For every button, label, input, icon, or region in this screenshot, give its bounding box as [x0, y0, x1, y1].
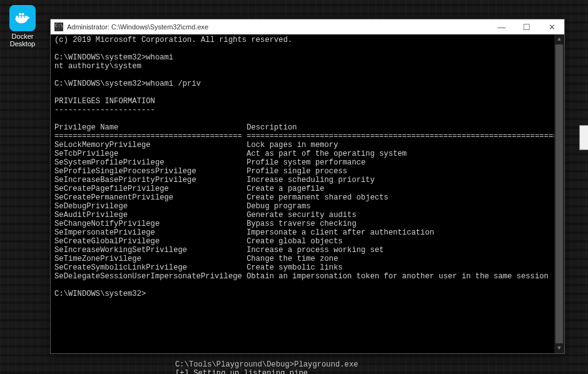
minimize-button[interactable]: —	[489, 19, 514, 34]
svg-rect-1	[19, 16, 21, 19]
terminal-output: (c) 2019 Microsoft Corporation. All righ…	[51, 34, 564, 300]
scroll-down-arrow-icon[interactable]: ▼	[554, 343, 564, 353]
scrollbar-track[interactable]	[554, 44, 564, 343]
scroll-up-arrow-icon[interactable]: ▲	[554, 34, 564, 44]
desktop-icon-label: Docker Desktop	[4, 33, 41, 48]
background-window-edge	[579, 125, 588, 150]
cmd-window: Administrator: C:\Windows\System32\cmd.e…	[50, 19, 565, 354]
maximize-button[interactable]: ☐	[514, 19, 539, 34]
svg-rect-5	[25, 16, 28, 19]
svg-rect-4	[22, 13, 24, 15]
window-title: Administrator: C:\Windows\System32\cmd.e…	[67, 23, 489, 31]
svg-rect-2	[22, 16, 24, 19]
terminal-body[interactable]: (c) 2019 Microsoft Corporation. All righ…	[51, 34, 564, 353]
cmd-icon	[54, 23, 63, 31]
vertical-scrollbar[interactable]: ▲ ▼	[554, 34, 564, 353]
docker-icon	[9, 5, 36, 31]
svg-rect-0	[16, 16, 19, 19]
close-button[interactable]: ✕	[539, 19, 564, 34]
docker-desktop-shortcut[interactable]: Docker Desktop	[4, 5, 41, 48]
titlebar[interactable]: Administrator: C:\Windows\System32\cmd.e…	[51, 19, 564, 34]
svg-rect-3	[19, 13, 21, 15]
scrollbar-thumb[interactable]	[555, 44, 563, 343]
